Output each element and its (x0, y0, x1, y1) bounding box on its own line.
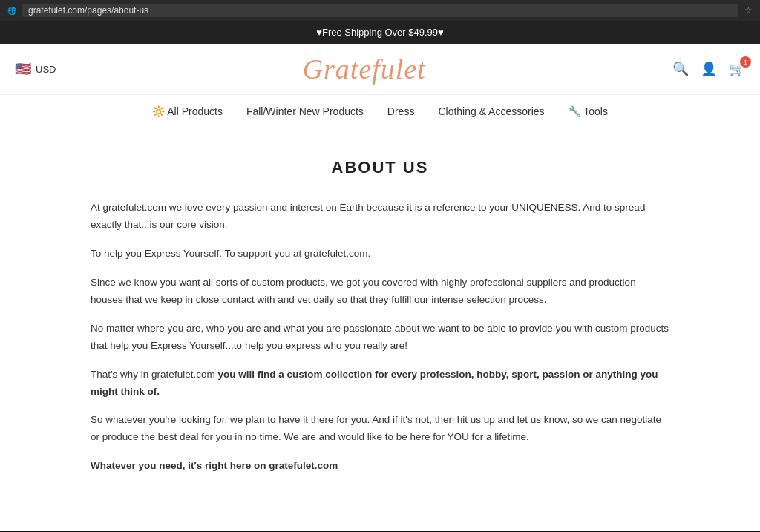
about-paragraph-4: No matter where you are, who you are and… (91, 321, 669, 355)
announcement-text: ♥Free Shipping Over $49.99♥ (316, 27, 444, 38)
search-icon[interactable]: 🔍 (672, 61, 689, 77)
about-paragraph-2: To help you Express Yourself. To support… (91, 246, 669, 263)
main-content: ABOUT US At gratefulet.com we love every… (76, 128, 684, 531)
url-bar[interactable]: gratefulet.com/pages/about-us (22, 4, 738, 17)
currency-selector[interactable]: 🇺🇸 USD (15, 61, 56, 77)
nav-dress[interactable]: Dress (387, 105, 415, 117)
cart-badge: 1 (740, 56, 751, 68)
header: 🇺🇸 USD Gratefulet 🔍 👤 🛒 1 (0, 44, 760, 95)
bookmark-icon[interactable]: ☆ (744, 5, 753, 16)
about-paragraph-3: Since we know you want all sorts of cust… (91, 275, 669, 309)
announcement-bar: ♥Free Shipping Over $49.99♥ (0, 21, 760, 44)
about-paragraph-6: So whatever you're looking for, we plan … (91, 412, 669, 446)
currency-label: USD (36, 64, 56, 75)
about-paragraph-1: At gratefulet.com we love every passion … (91, 200, 669, 234)
cart-icon[interactable]: 🛒 1 (729, 61, 745, 77)
header-actions: 🔍 👤 🛒 1 (672, 61, 745, 77)
logo-container[interactable]: Gratefulet (56, 53, 672, 85)
nav-fall-winter[interactable]: Fall/Winter New Products (246, 105, 364, 117)
page-title: ABOUT US (91, 158, 669, 177)
about-paragraph-7: Whatever you need, it's right here on gr… (91, 458, 669, 475)
site-logo[interactable]: Gratefulet (56, 53, 672, 85)
nav-tools[interactable]: 🔧 Tools (569, 105, 608, 117)
main-nav: 🔆 All Products Fall/Winter New Products … (0, 95, 760, 128)
about-paragraph-5: That's why in gratefulet.com you will fi… (91, 367, 669, 401)
favicon: 🌐 (7, 7, 16, 15)
nav-all-products[interactable]: 🔆 All Products (152, 105, 223, 117)
flag-icon: 🇺🇸 (15, 61, 31, 77)
nav-clothing-accessories[interactable]: Clothing & Accessories (438, 105, 544, 117)
browser-bar: 🌐 gratefulet.com/pages/about-us ☆ (0, 0, 760, 21)
account-icon[interactable]: 👤 (701, 61, 717, 77)
